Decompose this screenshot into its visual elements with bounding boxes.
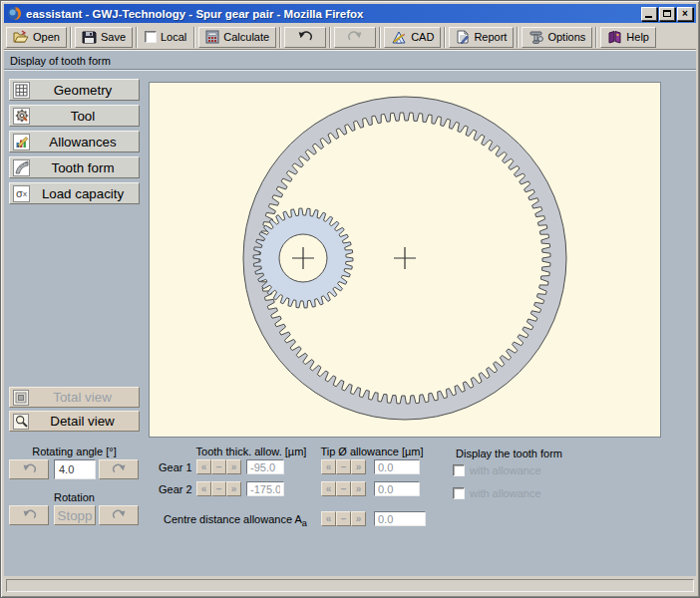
centre-distance-spinner: « – » — [321, 511, 366, 526]
gear2-tooth-spinner: « – » — [196, 481, 241, 496]
centre-distance-allowance-input — [374, 511, 426, 526]
gear2-tooth-decrease-button[interactable]: « — [196, 481, 211, 496]
detail-view-button[interactable]: Detail view — [9, 411, 140, 432]
gear-pair-drawing — [150, 83, 660, 437]
centre-distance-decrease-button[interactable]: « — [321, 511, 336, 526]
cad-button[interactable]: CAD — [384, 27, 441, 48]
rotation-ccw-button[interactable] — [9, 505, 49, 525]
centre-distance-reset-button[interactable]: – — [336, 511, 351, 526]
with-allowance-checkbox-1 — [453, 464, 465, 476]
gear1-tooth-decrease-button[interactable]: « — [196, 459, 211, 474]
allowances-pencil-icon — [13, 134, 30, 150]
help-button-label: Help — [626, 31, 649, 43]
with-allowance-row-2: with allowance — [453, 487, 541, 499]
rotation-cw-button[interactable] — [99, 505, 139, 525]
gear1-tip-increase-button[interactable]: » — [351, 459, 366, 474]
gear1-tooth-reset-button[interactable]: – — [211, 459, 226, 474]
gear2-tip-decrease-button[interactable]: « — [321, 481, 336, 496]
local-checkbox[interactable] — [145, 31, 157, 43]
total-view-button: Total view — [9, 387, 140, 408]
open-folder-icon — [13, 30, 29, 44]
detail-view-label: Detail view — [29, 414, 136, 429]
sidebar-item-label: Tool — [30, 109, 136, 124]
magnifier-icon — [13, 414, 29, 430]
geometry-grid-icon — [13, 82, 30, 99]
rotate-cw-icon — [112, 462, 127, 476]
with-allowance-label-1: with allowance — [470, 464, 541, 476]
load-capacity-sigma-icon: σx — [13, 185, 30, 202]
content-area: Display of tooth form Geometry Tool — [4, 51, 696, 576]
rotating-angle-label: Rotating angle [°] — [9, 446, 140, 457]
sidebar-item-geometry[interactable]: Geometry — [9, 79, 140, 101]
redo-icon — [347, 30, 363, 44]
minimize-icon — [645, 16, 652, 18]
tool-gear-icon — [13, 108, 30, 125]
save-floppy-icon — [82, 30, 97, 44]
sidebar-item-load-capacity[interactable]: σx Load capacity — [9, 182, 140, 204]
gear-drawing-canvas[interactable] — [149, 82, 661, 438]
sidebar-item-allowances[interactable]: Allowances — [9, 131, 140, 152]
sigma-sub-glyph: x — [23, 189, 27, 198]
rotation-cw-icon — [112, 508, 127, 522]
gear2-tip-reset-button[interactable]: – — [336, 481, 351, 496]
toolbar-separator — [595, 27, 597, 48]
total-view-label: Total view — [29, 390, 136, 405]
gear2-tip-increase-button[interactable]: » — [351, 481, 366, 496]
app-window: eassistant - GWJ-Technology - Spur gear … — [0, 0, 700, 598]
gear1-tooth-spinner: « – » — [196, 459, 241, 474]
undo-button[interactable] — [284, 27, 326, 48]
maximize-icon — [663, 10, 671, 17]
gear1-tip-reset-button[interactable]: – — [336, 459, 351, 474]
rotating-angle-input[interactable] — [54, 459, 96, 479]
sigma-glyph: σ — [16, 187, 23, 199]
options-button[interactable]: Options — [522, 27, 592, 48]
status-field — [6, 579, 694, 592]
gear2-tip-spinner: « – » — [321, 481, 366, 496]
close-button[interactable]: × — [677, 7, 693, 21]
calculate-button-label: Calculate — [223, 31, 269, 43]
report-button[interactable]: Report — [449, 27, 514, 48]
sidebar-item-label: Allowances — [30, 135, 136, 150]
rotate-ccw-button[interactable] — [9, 459, 49, 479]
toolbar-separator — [136, 27, 138, 48]
open-button[interactable]: Open — [6, 27, 67, 48]
help-book-icon — [607, 30, 622, 44]
help-button[interactable]: Help — [600, 27, 656, 48]
centre-distance-increase-button[interactable]: » — [351, 511, 366, 526]
sidebar-item-label: Geometry — [30, 83, 136, 98]
sidebar-item-tooth-form[interactable]: Tooth form — [9, 156, 140, 178]
tooth-form-icon — [13, 159, 30, 176]
sidebar-item-label: Load capacity — [30, 186, 136, 201]
toolbar-separator — [329, 27, 331, 48]
gear2-tooth-increase-button[interactable]: » — [226, 481, 241, 496]
gear1-tip-decrease-button[interactable]: « — [321, 459, 336, 474]
calculate-button[interactable]: Calculate — [198, 27, 276, 48]
with-allowance-label-2: with allowance — [470, 487, 541, 499]
minimize-button[interactable] — [641, 7, 657, 21]
rotation-stop-button: Stopp — [54, 505, 96, 525]
save-button[interactable]: Save — [75, 27, 133, 48]
rotation-ccw-icon — [22, 508, 37, 522]
tooth-thick-allow-header: Tooth thick. allow. [µm] — [193, 446, 309, 457]
report-button-label: Report — [474, 31, 507, 43]
local-checkbox-label: Local — [161, 31, 186, 43]
gear2-tooth-allowance-input — [246, 481, 284, 496]
gear2-tooth-reset-button[interactable]: – — [211, 481, 226, 496]
gear1-tooth-increase-button[interactable]: » — [226, 459, 241, 474]
with-allowance-checkbox-2 — [453, 487, 465, 499]
centre-distance-label-subscript: a — [302, 518, 307, 528]
close-icon: × — [682, 9, 688, 19]
cad-icon — [391, 30, 407, 44]
sidebar-item-tool[interactable]: Tool — [9, 105, 140, 127]
toolbar-separator — [379, 27, 381, 48]
maximize-button[interactable] — [659, 7, 675, 21]
window-title: eassistant - GWJ-Technology - Spur gear … — [26, 8, 641, 20]
toolbar-separator — [279, 27, 281, 48]
gear1-tooth-allowance-input — [246, 459, 284, 474]
gear1-tip-allowance-input — [374, 459, 420, 474]
total-view-icon — [13, 390, 29, 406]
tip-allowance-header: Tip Ø allowance [µm] — [316, 446, 428, 457]
options-button-label: Options — [547, 31, 585, 43]
rotate-cw-button[interactable] — [99, 459, 139, 479]
sidebar-item-label: Tooth form — [30, 160, 136, 175]
